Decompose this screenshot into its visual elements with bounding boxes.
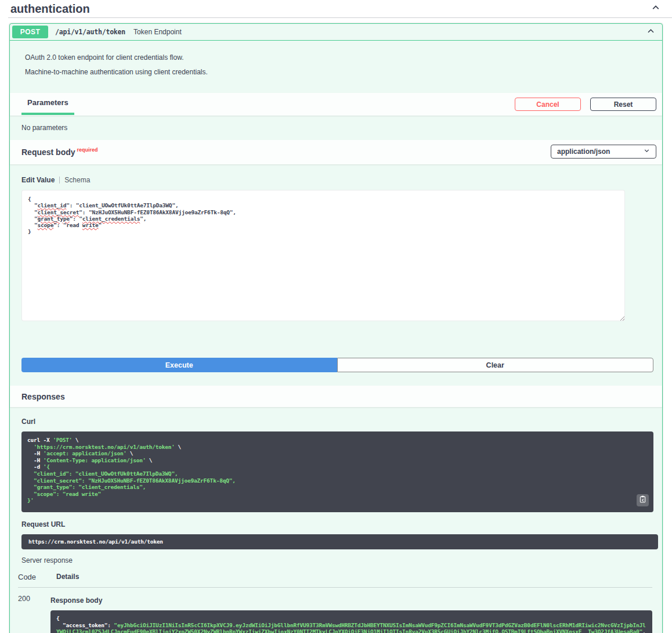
- response-table-header: Code Details: [18, 573, 652, 588]
- details-column-header: Details: [56, 573, 79, 581]
- execute-button[interactable]: Execute: [21, 358, 337, 372]
- tag-header: authentication: [0, 0, 672, 17]
- reset-button[interactable]: Reset: [590, 98, 656, 111]
- endpoint-summary-bar[interactable]: POST /api/v1/auth/token Token Endpoint: [10, 24, 662, 41]
- opblock-post-auth-token: POST /api/v1/auth/token Token Endpoint O…: [9, 23, 663, 633]
- tab-parameters[interactable]: Parameters: [21, 98, 74, 115]
- tab-schema[interactable]: Schema: [64, 176, 90, 184]
- request-body-label: Request body: [21, 147, 75, 156]
- response-body-label: Response body: [50, 596, 652, 605]
- description-line: OAuth 2.0 token endpoint for client cred…: [25, 53, 651, 62]
- request-body-textarea[interactable]: { "client_id": "client_UOwOtfUk0ttAe7Ilp…: [21, 190, 625, 321]
- copy-curl-button[interactable]: [637, 494, 649, 506]
- request-url-value: https://crm.norsktest.no/api/v1/auth/tok…: [28, 538, 163, 545]
- tab-edit-value[interactable]: Edit Value: [21, 176, 55, 184]
- request-body-title: Request bodyrequired: [21, 147, 98, 163]
- response-row-200: 200 Response body { "access_token": "eyJ…: [18, 588, 652, 633]
- cancel-button[interactable]: Cancel: [515, 98, 581, 111]
- response-body-block: { "access_token": "eyJhbGciOiJIUzI1NiIsI…: [50, 610, 652, 633]
- request-body-header: Request bodyrequired application/json: [10, 140, 662, 164]
- server-response-label: Server response: [21, 556, 652, 564]
- endpoint-description-short: Token Endpoint: [133, 28, 182, 36]
- request-url-bar: https://crm.norsktest.no/api/v1/auth/tok…: [21, 534, 658, 549]
- tab-separator: [59, 177, 60, 184]
- responses-title: Responses: [21, 392, 65, 401]
- response-body-json: { "access_token": "eyJhbGciOiJIUzI1NiIsI…: [56, 615, 646, 633]
- clipboard-icon: [640, 495, 646, 505]
- clear-button[interactable]: Clear: [337, 358, 654, 372]
- endpoint-description: OAuth 2.0 token endpoint for client cred…: [10, 41, 662, 93]
- http-method-badge: POST: [12, 26, 48, 38]
- required-badge: required: [77, 147, 98, 153]
- curl-command-block[interactable]: curl -X 'POST' \ 'https://crm.norsktest.…: [21, 431, 653, 512]
- description-line: Machine-to-machine authentication using …: [25, 68, 651, 76]
- parameters-header: Parameters Cancel Reset: [10, 93, 662, 116]
- collapse-endpoint-icon[interactable]: [646, 27, 655, 38]
- page-title[interactable]: authentication: [10, 2, 90, 16]
- status-code: 200: [18, 595, 50, 633]
- request-body-editor-section: Edit Value Schema { "client_id": "client…: [10, 164, 662, 372]
- request-url-label: Request URL: [21, 520, 652, 528]
- code-column-header: Code: [18, 573, 56, 581]
- responses-body: Curl curl -X 'POST' \ 'https://crm.norsk…: [10, 407, 662, 633]
- resize-grip-icon[interactable]: [619, 315, 625, 321]
- chevron-down-icon: [644, 148, 650, 156]
- tag-divider: [8, 17, 672, 18]
- curl-label: Curl: [21, 418, 652, 426]
- content-type-select[interactable]: application/json: [551, 145, 656, 159]
- no-parameters-text: No parameters: [10, 116, 662, 140]
- content-type-value: application/json: [557, 148, 610, 156]
- endpoint-path[interactable]: /api/v1/auth/token: [55, 28, 125, 36]
- collapse-tag-icon[interactable]: [651, 3, 660, 15]
- responses-header: Responses: [10, 386, 662, 407]
